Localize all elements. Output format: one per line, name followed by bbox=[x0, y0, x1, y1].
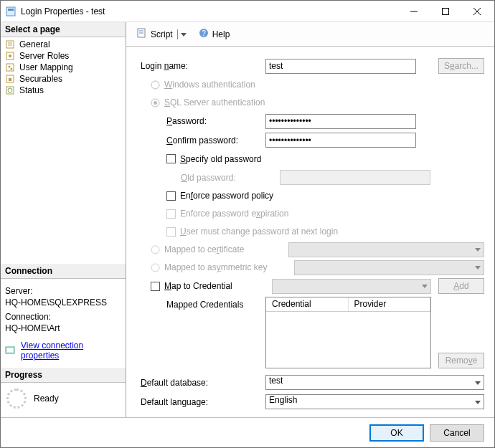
asym-combo bbox=[294, 260, 484, 275]
connection-value: HQ-HOME\Art bbox=[5, 323, 121, 333]
help-label: Help bbox=[212, 29, 230, 39]
svg-point-26 bbox=[151, 81, 159, 89]
svg-rect-29 bbox=[167, 155, 176, 163]
minimize-button[interactable] bbox=[398, 1, 430, 22]
progress-header: Progress bbox=[1, 368, 126, 383]
default-database-combo[interactable]: test bbox=[265, 375, 484, 390]
checkbox-icon bbox=[166, 191, 176, 201]
window-title: Login Properties - test bbox=[21, 6, 398, 16]
svg-rect-37 bbox=[151, 282, 160, 290]
progress-block: Ready bbox=[1, 383, 126, 417]
svg-point-10 bbox=[9, 54, 11, 57]
svg-rect-0 bbox=[6, 7, 15, 16]
svg-marker-39 bbox=[475, 381, 481, 385]
ok-button[interactable]: OK bbox=[369, 424, 424, 442]
password-input[interactable] bbox=[265, 114, 416, 129]
must-change-checkbox: User must change password at next login bbox=[141, 224, 484, 239]
mapped-credentials-table[interactable]: Credential Provider bbox=[265, 297, 431, 368]
maximize-button[interactable] bbox=[430, 1, 461, 22]
old-password-label: Old password: bbox=[155, 173, 280, 183]
page-label: General bbox=[19, 39, 50, 49]
footer: OK Cancel bbox=[1, 417, 494, 447]
script-button[interactable]: Script bbox=[133, 26, 189, 42]
svg-rect-3 bbox=[443, 8, 449, 14]
svg-rect-30 bbox=[167, 191, 176, 200]
server-label: Server: bbox=[5, 286, 121, 296]
default-language-label: Default language: bbox=[141, 397, 265, 407]
search-button: Search... bbox=[438, 58, 484, 74]
login-properties-window: Login Properties - test Select a page Ge… bbox=[0, 0, 495, 448]
mapped-cert-radio: Mapped to certificate bbox=[141, 242, 484, 257]
svg-rect-32 bbox=[167, 227, 176, 236]
main-panel: Script ? Help Login name: Search... bbox=[126, 22, 494, 417]
view-connection-link[interactable]: View connection properties bbox=[21, 340, 121, 361]
col-provider: Provider bbox=[349, 297, 431, 311]
page-status[interactable]: Status bbox=[1, 85, 126, 96]
mapped-asym-radio: Mapped to asymmetric key bbox=[141, 260, 484, 275]
svg-rect-6 bbox=[6, 41, 14, 48]
specify-old-password-checkbox[interactable]: Specify old password bbox=[141, 151, 484, 166]
login-name-input[interactable] bbox=[265, 59, 416, 74]
page-securables[interactable]: Securables bbox=[1, 73, 126, 85]
sql-auth-radio: SQL Server authentication bbox=[141, 95, 484, 110]
spinner-icon bbox=[6, 389, 27, 409]
add-button: Add bbox=[438, 278, 484, 294]
default-language-combo[interactable]: English bbox=[265, 394, 484, 409]
connection-block: Server: HQ-HOME\SQLEXPRESS Connection: H… bbox=[1, 279, 126, 368]
radio-icon bbox=[151, 245, 160, 254]
page-label: Securables bbox=[19, 74, 62, 84]
checkbox-icon bbox=[151, 282, 160, 291]
default-database-label: Default database: bbox=[141, 378, 265, 388]
progress-status: Ready bbox=[34, 394, 59, 404]
page-server-roles[interactable]: Server Roles bbox=[1, 50, 126, 62]
svg-point-12 bbox=[9, 66, 11, 68]
checkbox-icon bbox=[166, 227, 176, 237]
credential-combo bbox=[272, 279, 431, 294]
map-to-credential-checkbox[interactable]: Map to Credential bbox=[164, 281, 272, 291]
cert-combo bbox=[288, 242, 484, 257]
mapped-credentials-label: Mapped Credentials bbox=[141, 297, 265, 310]
cancel-button[interactable]: Cancel bbox=[430, 424, 484, 442]
page-label: Server Roles bbox=[19, 51, 69, 61]
page-list: General Server Roles User Mapping Secura… bbox=[1, 37, 126, 264]
connection-properties-icon bbox=[5, 345, 16, 356]
svg-point-28 bbox=[154, 101, 157, 105]
radio-icon bbox=[151, 98, 160, 108]
svg-rect-31 bbox=[167, 209, 176, 218]
help-button[interactable]: ? Help bbox=[195, 26, 233, 42]
svg-point-33 bbox=[151, 246, 159, 254]
svg-marker-40 bbox=[475, 401, 481, 404]
old-password-input bbox=[280, 170, 430, 185]
titlebar: Login Properties - test bbox=[1, 1, 494, 22]
page-user-mapping[interactable]: User Mapping bbox=[1, 62, 126, 73]
help-icon: ? bbox=[198, 27, 209, 41]
chevron-down-icon[interactable] bbox=[177, 29, 187, 39]
svg-rect-19 bbox=[7, 348, 13, 352]
app-icon bbox=[5, 6, 16, 17]
script-label: Script bbox=[151, 29, 173, 39]
svg-rect-1 bbox=[8, 9, 14, 11]
connection-header: Connection bbox=[1, 264, 126, 279]
windows-auth-radio: Windows authentication bbox=[141, 77, 484, 92]
svg-point-13 bbox=[11, 68, 13, 70]
col-credential: Credential bbox=[266, 297, 349, 311]
close-button[interactable] bbox=[461, 1, 493, 22]
confirm-password-input[interactable] bbox=[265, 133, 416, 148]
checkbox-icon bbox=[166, 154, 176, 163]
select-page-header: Select a page bbox=[1, 22, 126, 37]
script-icon bbox=[136, 27, 148, 41]
sidebar: Select a page General Server Roles User … bbox=[1, 22, 126, 417]
checkbox-icon bbox=[166, 209, 176, 219]
svg-marker-38 bbox=[422, 285, 428, 288]
svg-marker-36 bbox=[475, 266, 481, 270]
enforce-expiration-checkbox: Enforce password expiration bbox=[141, 206, 484, 221]
svg-text:?: ? bbox=[202, 29, 206, 37]
page-general[interactable]: General bbox=[1, 39, 126, 50]
svg-rect-15 bbox=[9, 78, 11, 81]
page-label: Status bbox=[19, 85, 44, 95]
enforce-policy-checkbox[interactable]: Enforce password policy bbox=[141, 189, 484, 204]
radio-icon bbox=[151, 263, 160, 272]
password-label: Password: bbox=[141, 116, 265, 126]
confirm-password-label: Confirm password: bbox=[141, 135, 265, 146]
page-label: User Mapping bbox=[19, 62, 73, 72]
